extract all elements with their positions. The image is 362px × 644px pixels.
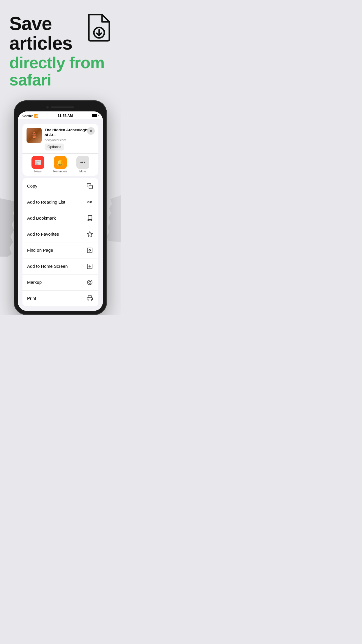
- markup-icon: [86, 279, 94, 286]
- phone-notch: [18, 104, 103, 110]
- status-left: Carrier 📶: [22, 114, 38, 118]
- share-sheet: 🏺 The Hidden Archeologists of At... newy…: [22, 124, 98, 176]
- reminders-app-icon: 🔔: [54, 156, 67, 169]
- svg-rect-1: [89, 185, 92, 189]
- options-button[interactable]: Options ›: [45, 144, 64, 150]
- markup-label: Markup: [27, 280, 42, 285]
- markup-action[interactable]: Markup: [22, 274, 98, 290]
- article-title: The Hidden Archeologists of At...: [45, 128, 94, 138]
- share-app-reminders[interactable]: 🔔 Reminders: [53, 156, 67, 173]
- article-preview: 🏺 The Hidden Archeologists of At... newy…: [22, 124, 98, 153]
- bookmark-icon: [86, 214, 94, 222]
- share-app-news[interactable]: 📰 News: [31, 156, 44, 173]
- find-on-page-label: Find on Page: [27, 248, 53, 253]
- battery-indicator: [92, 114, 98, 118]
- hero-subtitle: directly from safari: [9, 54, 111, 89]
- print-label: Print: [27, 296, 36, 301]
- phone-screen: Carrier 📶 11:53 AM 🏺: [18, 111, 103, 311]
- svg-point-11: [89, 281, 91, 283]
- add-bookmark-action[interactable]: Add Bookmark: [22, 210, 98, 226]
- print-action[interactable]: Print: [22, 290, 98, 306]
- add-favorites-action[interactable]: Add to Favorites: [22, 226, 98, 242]
- reading-list-action[interactable]: Add to Reading List: [22, 194, 98, 210]
- news-label: News: [34, 170, 42, 173]
- hero-section: Save articles directly from safari: [0, 0, 121, 94]
- add-home-screen-label: Add to Home Screen: [27, 264, 68, 269]
- article-info: The Hidden Archeologists of At... newyor…: [45, 128, 94, 150]
- copy-action[interactable]: Copy: [22, 178, 98, 194]
- svg-marker-4: [87, 232, 92, 237]
- svg-rect-5: [87, 248, 92, 253]
- copy-icon: [86, 182, 94, 190]
- chevron-right-icon: ›: [60, 145, 61, 149]
- share-app-more[interactable]: ••• More: [76, 156, 89, 173]
- more-app-icon: •••: [76, 156, 89, 169]
- save-document-icon: [85, 12, 114, 44]
- add-home-screen-action[interactable]: Add to Home Screen: [22, 258, 98, 274]
- carrier-label: Carrier: [22, 114, 33, 118]
- add-bookmark-label: Add Bookmark: [27, 216, 56, 220]
- status-bar: Carrier 📶 11:53 AM: [18, 111, 103, 119]
- action-list: Copy Add to Reading List: [22, 178, 98, 306]
- reading-list-label: Add to Reading List: [27, 200, 65, 204]
- favorites-icon: [86, 230, 94, 238]
- article-domain: newyorker.com: [45, 138, 94, 142]
- news-app-icon: 📰: [31, 156, 44, 169]
- more-label: More: [79, 170, 86, 173]
- close-button[interactable]: ✕: [87, 127, 95, 135]
- phone-camera: [46, 106, 49, 108]
- copy-label: Copy: [27, 183, 37, 188]
- wifi-icon: 📶: [34, 114, 38, 118]
- article-thumbnail: 🏺: [27, 128, 42, 143]
- phone-frame: Carrier 📶 11:53 AM 🏺: [14, 100, 107, 315]
- svg-point-3: [90, 201, 92, 203]
- phone-speaker: [51, 106, 74, 108]
- print-icon: [86, 295, 94, 302]
- article-thumb-art: 🏺: [30, 132, 38, 139]
- share-apps-row: 📰 News 🔔 Reminders ••• More: [22, 153, 98, 176]
- reminders-label: Reminders: [53, 170, 67, 173]
- find-on-page-action[interactable]: Find on Page: [22, 242, 98, 258]
- add-home-icon: [86, 262, 94, 270]
- find-on-page-icon: [86, 246, 94, 254]
- svg-point-2: [88, 201, 89, 203]
- status-time: 11:53 AM: [57, 114, 73, 118]
- svg-rect-13: [88, 299, 92, 301]
- reading-list-icon: [86, 198, 94, 206]
- phone-mockup: Carrier 📶 11:53 AM 🏺: [0, 100, 121, 315]
- add-favorites-label: Add to Favorites: [27, 232, 59, 237]
